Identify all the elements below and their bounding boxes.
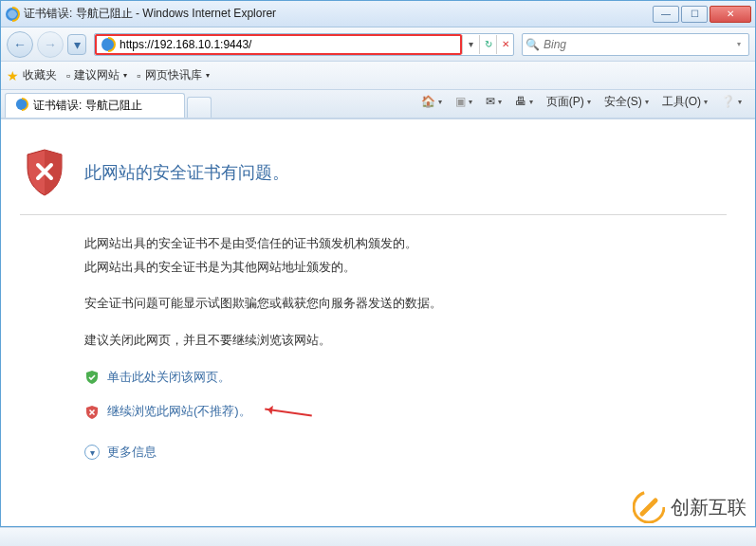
mail-button[interactable]: ✉▾ xyxy=(482,93,506,110)
tab-cert-error[interactable]: 证书错误: 导航已阻止 xyxy=(5,93,185,118)
status-bar xyxy=(0,527,756,546)
maximize-button[interactable]: ☐ xyxy=(681,6,708,23)
cert-msg-recommend: 建议关闭此网页，并且不要继续浏览该网站。 xyxy=(84,329,727,353)
window-title: 证书错误: 导航已阻止 - Windows Internet Explorer xyxy=(24,6,653,22)
page-icon xyxy=(101,37,116,52)
suggested-sites[interactable]: ▫建议网站▾ xyxy=(66,67,127,83)
search-box[interactable]: 🔍 ▾ xyxy=(522,33,749,56)
ie-icon xyxy=(5,7,20,22)
favorites-button[interactable]: ★收藏夹 xyxy=(7,67,57,83)
annotation-arrow xyxy=(265,408,312,416)
chevron-down-icon: ▾ xyxy=(84,445,100,460)
page-icon: ▫ xyxy=(66,69,70,82)
ie-icon xyxy=(15,98,28,114)
page-content: 此网站的安全证书有问题。 此网站出具的安全证书不是由受信任的证书颁发机构颁发的。… xyxy=(1,118,755,526)
print-icon: 🖶 xyxy=(515,95,526,108)
cert-error-heading: 此网站的安全证书有问题。 xyxy=(84,161,289,184)
recent-dropdown[interactable]: ▾ xyxy=(67,34,86,55)
search-dropdown[interactable]: ▾ xyxy=(729,40,748,48)
cert-msg-issuer: 此网站出具的安全证书不是由受信任的证书颁发机构颁发的。 xyxy=(84,232,727,256)
web-slice[interactable]: ▫网页快讯库▾ xyxy=(137,67,209,83)
home-icon: 🏠 xyxy=(421,95,435,108)
address-bar[interactable]: https://192.168.10.1:9443/ ▾ ↻ ✕ xyxy=(94,33,514,56)
shield-bad-icon xyxy=(84,405,100,420)
page-icon: ▫ xyxy=(137,69,140,82)
tab-bar: 证书错误: 导航已阻止 🏠▾ ▣▾ ✉▾ 🖶▾ 页面(P)▾ 安全(S)▾ 工具… xyxy=(1,90,755,118)
shield-error-icon xyxy=(24,148,65,197)
close-page-link[interactable]: 单击此处关闭该网页。 xyxy=(84,366,727,390)
back-button[interactable]: ← xyxy=(7,31,33,58)
favorites-bar: ★收藏夹 ▫建议网站▾ ▫网页快讯库▾ xyxy=(1,62,755,90)
more-info-toggle[interactable]: ▾ 更多信息 xyxy=(84,441,727,464)
mail-icon: ✉ xyxy=(486,95,495,108)
shield-ok-icon xyxy=(84,370,100,385)
cert-msg-warning: 安全证书问题可能显示试图欺骗您或截获您向服务器发送的数据。 xyxy=(84,292,727,316)
print-button[interactable]: 🖶▾ xyxy=(511,93,537,110)
help-button[interactable]: ❔▾ xyxy=(717,93,746,110)
new-tab-button[interactable] xyxy=(187,97,212,118)
url-text: https://192.168.10.1:9443/ xyxy=(118,38,458,51)
search-input[interactable] xyxy=(542,38,729,51)
continue-anyway-link[interactable]: 继续浏览此网站(不推荐)。 xyxy=(84,400,727,424)
refresh-button[interactable]: ↻ xyxy=(479,35,496,54)
watermark-logo-icon xyxy=(633,491,665,523)
search-provider-icon[interactable]: 🔍 xyxy=(523,38,542,51)
page-menu[interactable]: 页面(P)▾ xyxy=(543,92,595,112)
tools-menu[interactable]: 工具(O)▾ xyxy=(658,92,711,112)
feeds-button[interactable]: ▣▾ xyxy=(452,93,476,110)
cert-msg-address: 此网站出具的安全证书是为其他网站地址颁发的。 xyxy=(84,256,727,280)
home-button[interactable]: 🏠▾ xyxy=(417,93,446,110)
nav-bar: ← → ▾ https://192.168.10.1:9443/ ▾ ↻ ✕ 🔍… xyxy=(1,27,755,62)
tab-label: 证书错误: 导航已阻止 xyxy=(33,98,142,114)
rss-icon: ▣ xyxy=(455,95,466,108)
forward-button[interactable]: → xyxy=(37,31,64,58)
watermark-text: 创新互联 xyxy=(671,495,747,520)
stop-button[interactable]: ✕ xyxy=(496,35,513,54)
help-icon: ❔ xyxy=(721,95,735,108)
safety-menu[interactable]: 安全(S)▾ xyxy=(600,92,653,112)
watermark: 创新互联 xyxy=(633,491,747,523)
close-button[interactable]: ✕ xyxy=(710,6,751,23)
url-dropdown[interactable]: ▾ xyxy=(462,35,479,54)
minimize-button[interactable]: — xyxy=(653,6,679,23)
star-icon: ★ xyxy=(7,68,19,83)
title-bar: 证书错误: 导航已阻止 - Windows Internet Explorer … xyxy=(1,1,755,27)
